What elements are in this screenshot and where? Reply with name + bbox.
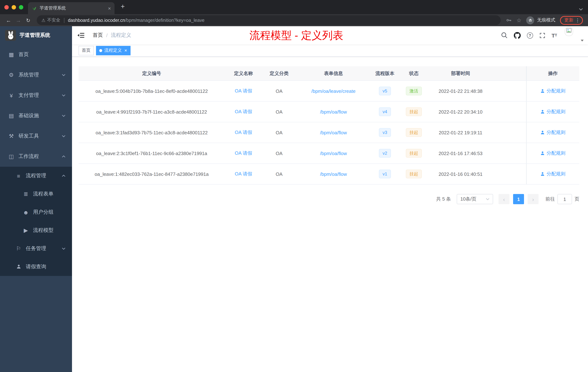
version-tag: v5 <box>379 87 391 95</box>
cell-definition-id: oa_leave:2:3c1f0ef1-76b1-11ec-9c66-a2380… <box>79 143 225 164</box>
assign-rule-link[interactable]: 分配规则 <box>540 109 566 115</box>
table-row: oa_leave:1:482ec033-762a-11ec-8477-a2380… <box>79 164 579 185</box>
next-page-button[interactable]: › <box>528 194 538 204</box>
form-link[interactable]: /bpm/oa/flow <box>320 151 347 156</box>
definition-name-link[interactable]: OA 请假 <box>235 129 252 136</box>
browser-update-button[interactable]: 更新 ⋮ <box>560 16 583 25</box>
sidebar-item-payment-management[interactable]: ¥ 支付管理 <box>0 85 72 106</box>
cell-deploy-time: 2022-01-22 20:34:10 <box>429 101 492 122</box>
form-link[interactable]: /bpm/oa/flow <box>320 109 347 114</box>
bookmark-star-icon[interactable]: ☆ <box>516 17 521 23</box>
chevron-down-icon <box>62 135 65 137</box>
form-link[interactable]: /bpm/oa/flow <box>320 130 347 135</box>
user-group-icon: ☻ <box>22 209 30 215</box>
tag-home[interactable]: 首页 <box>79 46 94 55</box>
sidebar-item-process-form[interactable]: ≣ 流程表单 <box>0 185 72 203</box>
col-status: 状态 <box>399 66 429 80</box>
hamburger-icon[interactable] <box>72 33 90 38</box>
browser-tab[interactable]: 芋道管理系统 × <box>28 2 115 14</box>
security-status[interactable]: ⚠ 不安全 <box>42 17 60 23</box>
sidebar-item-leave-query[interactable]: 请假查询 <box>0 258 72 276</box>
browser-menu-icon[interactable]: ⋮ <box>575 17 580 23</box>
cell-category: OA <box>262 101 296 122</box>
minimize-window-button[interactable] <box>12 5 16 10</box>
sidebar-item-infrastructure[interactable]: ▤ 基础设施 <box>0 106 72 126</box>
page-size-select[interactable]: 10条/页 <box>457 194 493 204</box>
page-number-current[interactable]: 1 <box>513 194 524 204</box>
table-row: oa_leave:4:991f2193-7b7f-11ec-a3c8-acde4… <box>79 101 579 122</box>
form-link[interactable]: /bpm/oa/leave/create <box>311 88 356 94</box>
font-size-icon[interactable]: TT <box>551 33 557 38</box>
person-icon <box>540 151 545 155</box>
yen-icon: ¥ <box>7 92 15 98</box>
assign-rule-link[interactable]: 分配规则 <box>540 150 566 156</box>
definition-name-link[interactable]: OA 请假 <box>235 150 252 156</box>
chevron-down-icon <box>62 94 65 97</box>
fullscreen-icon[interactable] <box>539 32 545 38</box>
tools-icon: ⚒ <box>7 133 15 139</box>
zoom-window-button[interactable] <box>19 5 23 10</box>
app-title: 芋道管理系统 <box>20 32 50 39</box>
tag-process-definition[interactable]: 流程定义 × <box>96 46 130 55</box>
goto-page-input[interactable] <box>557 194 572 204</box>
cell-deploy-time: 2022-01-16 17:46:53 <box>429 143 492 164</box>
sidebar-item-process-management[interactable]: ≡ 流程管理 <box>0 167 72 185</box>
incognito-indicator: 无痕模式 <box>526 16 555 24</box>
caret-down-icon <box>581 40 584 42</box>
address-bar[interactable]: ⚠ 不安全 dashboard.yudao.iocoder.cn/bpm/man… <box>37 15 501 25</box>
cell-definition-id: oa_leave:4:991f2193-7b7f-11ec-a3c8-acde4… <box>79 101 225 122</box>
version-tag: v2 <box>379 149 391 158</box>
col-definition-name: 定义名称 <box>225 66 262 80</box>
col-actions: 操作 <box>526 66 579 80</box>
password-key-icon[interactable] <box>506 17 512 23</box>
github-icon[interactable] <box>514 32 521 39</box>
back-button[interactable]: ← <box>4 17 13 23</box>
assign-rule-link[interactable]: 分配规则 <box>540 88 566 94</box>
dashboard-icon: ▦ <box>7 51 15 58</box>
infrastructure-icon: ▤ <box>7 112 15 119</box>
user-avatar[interactable] <box>565 28 579 43</box>
forward-button[interactable]: → <box>13 17 23 23</box>
app-logo: 芋道管理系统 <box>0 26 72 44</box>
new-tab-button[interactable]: + <box>121 3 125 10</box>
sidebar-item-user-group[interactable]: ☻ 用户分组 <box>0 203 72 221</box>
chevron-down-icon <box>486 198 489 200</box>
definition-name-link[interactable]: OA 请假 <box>235 88 252 94</box>
sidebar-item-process-model[interactable]: ▶ 流程模型 <box>0 221 72 240</box>
url-text: dashboard.yudao.iocoder.cn/bpm/manager/d… <box>68 18 205 23</box>
incognito-icon <box>526 16 534 24</box>
chevron-down-icon <box>62 74 65 76</box>
form-link[interactable]: /bpm/oa/flow <box>320 171 347 177</box>
prev-page-button[interactable]: ‹ <box>499 194 509 204</box>
sidebar-item-workflow[interactable]: ◫ 工作流程 <box>0 146 72 167</box>
sidebar-item-dev-tools[interactable]: ⚒ 研发工具 <box>0 126 72 146</box>
reload-button[interactable]: ↻ <box>23 18 33 23</box>
close-window-button[interactable] <box>4 5 9 10</box>
version-tag: v1 <box>379 170 391 178</box>
tab-close-icon[interactable]: × <box>108 6 111 11</box>
tab-search-icon[interactable] <box>579 5 583 12</box>
help-icon[interactable]: ? <box>527 32 533 38</box>
col-filler <box>492 66 526 80</box>
definition-table: 定义编号 定义名称 定义分类 表单信息 流程版本 状态 部署时间 操作 oa_l… <box>79 66 579 185</box>
assign-rule-link[interactable]: 分配规则 <box>540 129 566 136</box>
sidebar-item-home[interactable]: ▦ 首页 <box>0 44 72 65</box>
tag-close-icon[interactable]: × <box>124 48 127 53</box>
search-icon[interactable] <box>501 32 507 39</box>
definition-name-link[interactable]: OA 请假 <box>235 171 252 177</box>
breadcrumb-separator: / <box>106 33 108 38</box>
sidebar-item-task-management[interactable]: ⚐ 任务管理 <box>0 240 72 258</box>
definition-name-link[interactable]: OA 请假 <box>235 109 252 115</box>
table-row: oa_leave:5:004b710b-7b8a-11ec-8ef0-acde4… <box>79 81 579 101</box>
cell-definition-id: oa_leave:1:482ec033-762a-11ec-8477-a2380… <box>79 164 225 184</box>
assign-rule-link[interactable]: 分配规则 <box>540 171 566 177</box>
goto-page: 前往 页 <box>546 194 579 204</box>
sidebar-item-system-management[interactable]: ⚙ 系统管理 <box>0 65 72 85</box>
status-tag: 挂起 <box>406 149 422 158</box>
breadcrumb-home-link[interactable]: 首页 <box>93 32 103 39</box>
browser-tab-strip: 芋道管理系统 × + <box>0 0 588 14</box>
person-icon <box>540 109 545 114</box>
process-list-icon: ≡ <box>15 173 22 179</box>
process-model-icon: ▶ <box>22 227 30 234</box>
page-content: 定义编号 定义名称 定义分类 表单信息 流程版本 状态 部署时间 操作 oa_l… <box>72 57 588 372</box>
